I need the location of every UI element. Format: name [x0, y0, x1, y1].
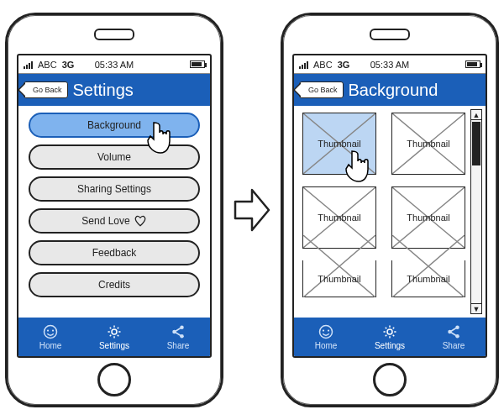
carrier-label: ABC	[313, 60, 333, 70]
header: Go Back Settings	[18, 74, 210, 106]
background-content: Thumbnail Thumbnail Thumbnail Thumbnail	[294, 106, 486, 318]
thumbnail-label: Thumbnail	[316, 213, 362, 223]
tab-label: Share	[167, 341, 190, 350]
smile-icon	[43, 324, 58, 339]
menu-item-sharing[interactable]: Sharing Settings	[29, 176, 200, 202]
thumbnail-item[interactable]: Thumbnail	[302, 113, 376, 175]
page-title: Background	[349, 81, 438, 100]
tab-label: Home	[315, 341, 338, 350]
menu-item-background[interactable]: Background	[29, 113, 200, 138]
tab-label: Settings	[375, 341, 405, 350]
thumbnail-label: Thumbnail	[405, 274, 451, 284]
phone-left: ABC 3G 05:33 AM Go Back Settings Backgro…	[5, 13, 223, 407]
thumbnail-item[interactable]: Thumbnail	[391, 113, 465, 175]
svg-point-8	[323, 329, 324, 331]
page-title: Settings	[73, 81, 134, 100]
smile-icon	[318, 324, 333, 339]
header: Go Back Background	[294, 74, 486, 106]
tab-home[interactable]: Home	[18, 318, 82, 356]
thumbnail-label: Thumbnail	[316, 274, 362, 284]
go-back-button[interactable]: Go Back	[24, 81, 68, 98]
network-label: 3G	[338, 60, 350, 70]
scrollbar[interactable]: ▲ ▼	[470, 109, 482, 314]
tab-share[interactable]: Share	[146, 318, 210, 356]
share-icon	[446, 324, 461, 339]
gear-icon	[382, 324, 397, 339]
flow-arrow-icon	[234, 185, 270, 235]
thumbnail-label: Thumbnail	[405, 139, 451, 149]
share-icon	[171, 324, 186, 339]
menu-item-label: Feedback	[92, 247, 137, 259]
go-back-label: Go Back	[33, 86, 62, 94]
svg-point-2	[52, 329, 54, 331]
menu-item-feedback[interactable]: Feedback	[29, 240, 200, 265]
tab-share[interactable]: Share	[422, 318, 486, 356]
statusbar: ABC 3G 05:33 AM	[18, 55, 210, 74]
tab-settings[interactable]: Settings	[358, 318, 422, 356]
menu-item-credits[interactable]: Credits	[29, 272, 200, 297]
network-label: 3G	[62, 60, 75, 70]
thumbnail-label: Thumbnail	[405, 213, 451, 223]
battery-icon	[465, 60, 480, 68]
phone-right: ABC 3G 05:33 AM Go Back Background Thumb…	[281, 13, 499, 407]
gear-icon	[107, 324, 122, 339]
battery-icon	[190, 60, 205, 68]
svg-point-1	[47, 329, 49, 331]
menu-item-label: Volume	[97, 151, 131, 163]
tab-home[interactable]: Home	[294, 318, 358, 356]
tabbar: Home Settings Share	[294, 318, 486, 356]
settings-content: Background Volume Sharing Settings Send …	[18, 106, 210, 318]
menu-item-send-love[interactable]: Send Love	[29, 208, 200, 234]
tab-label: Home	[39, 341, 62, 350]
thumbnail-label: Thumbnail	[316, 139, 362, 149]
signal-icon	[299, 60, 308, 69]
svg-point-7	[320, 325, 333, 338]
thumbnail-item[interactable]: Thumbnail	[391, 260, 465, 297]
screen-left: ABC 3G 05:33 AM Go Back Settings Backgro…	[17, 54, 212, 358]
menu-item-label: Sharing Settings	[77, 183, 151, 195]
scroll-down-icon[interactable]: ▼	[471, 303, 481, 313]
screen-right: ABC 3G 05:33 AM Go Back Background Thumb…	[292, 54, 487, 358]
heart-icon	[134, 215, 147, 227]
carrier-label: ABC	[38, 60, 57, 70]
scroll-thumb[interactable]	[472, 122, 480, 165]
svg-point-3	[112, 329, 117, 334]
menu-item-label: Credits	[98, 279, 130, 291]
go-back-button[interactable]: Go Back	[299, 81, 344, 98]
tab-label: Share	[443, 341, 465, 350]
svg-point-9	[328, 329, 329, 331]
menu-item-label: Background	[87, 119, 141, 131]
tab-label: Settings	[99, 341, 129, 350]
tabbar: Home Settings Share	[18, 318, 210, 356]
svg-point-10	[387, 329, 392, 334]
thumbnail-item[interactable]: Thumbnail	[302, 260, 376, 297]
svg-point-0	[45, 325, 57, 338]
menu-item-label: Send Love	[81, 215, 129, 227]
tab-settings[interactable]: Settings	[82, 318, 146, 356]
statusbar: ABC 3G 05:33 AM	[294, 55, 486, 74]
signal-icon	[24, 60, 33, 69]
scroll-up-icon[interactable]: ▲	[471, 110, 481, 120]
menu-item-volume[interactable]: Volume	[29, 144, 200, 170]
go-back-label: Go Back	[308, 86, 338, 94]
